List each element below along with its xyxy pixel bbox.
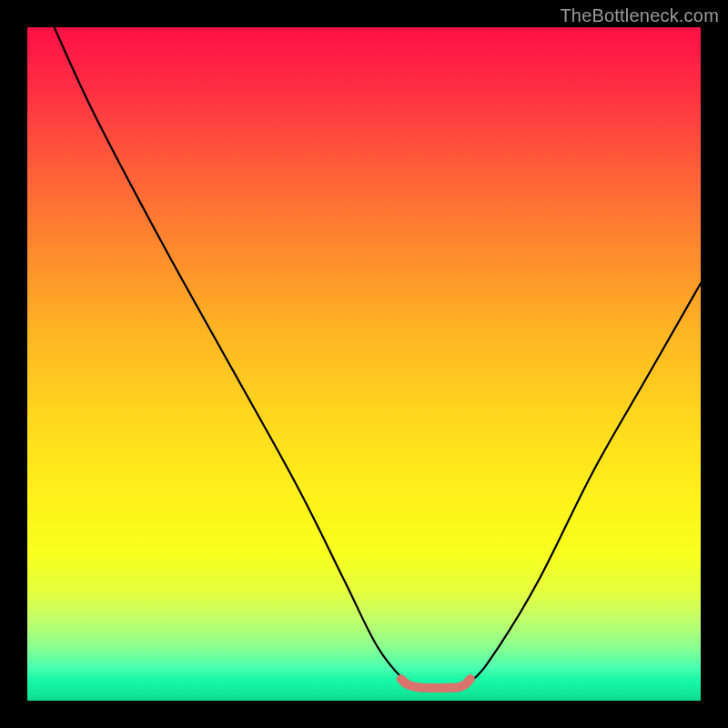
chart-svg [27,27,701,701]
plot-area [27,27,701,701]
watermark-text: TheBottleneck.com [560,5,719,26]
black-curve [55,27,701,688]
red-segment [401,679,470,688]
